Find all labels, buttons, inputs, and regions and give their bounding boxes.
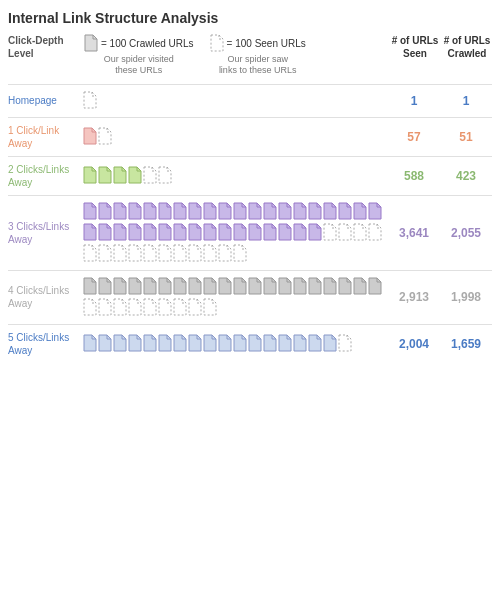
num-seen: 2,004 bbox=[388, 337, 440, 351]
crawled-doc-icon bbox=[128, 277, 142, 297]
svg-marker-82 bbox=[84, 299, 96, 315]
crawled-doc-icon bbox=[278, 223, 292, 243]
seen-doc-icon bbox=[128, 298, 142, 318]
legend-crawled-desc: Our spider visited these URLs bbox=[99, 54, 179, 76]
seen-doc-icon bbox=[158, 244, 172, 264]
svg-marker-90 bbox=[204, 299, 216, 315]
svg-marker-65 bbox=[129, 278, 141, 294]
legend-crawled-label: = 100 Crawled URLs bbox=[101, 38, 194, 49]
seen-doc-icon bbox=[158, 298, 172, 318]
rows-container: Homepage 111 Click/Link Away 57512 Click… bbox=[8, 84, 492, 363]
crawled-doc-icon bbox=[263, 334, 277, 354]
svg-marker-16 bbox=[159, 203, 171, 219]
crawled-doc-icon bbox=[278, 202, 292, 222]
seen-doc-icon bbox=[203, 244, 217, 264]
table-row: Homepage 11 bbox=[8, 84, 492, 117]
crawled-doc-icon bbox=[368, 202, 382, 222]
svg-marker-63 bbox=[99, 278, 111, 294]
page-title: Internal Link Structure Analysis bbox=[8, 10, 492, 26]
svg-marker-55 bbox=[144, 245, 156, 261]
seen-doc-icon bbox=[188, 298, 202, 318]
svg-marker-18 bbox=[189, 203, 201, 219]
legend-seen: = 100 Seen URLs Our spider saw links to … bbox=[210, 34, 306, 76]
svg-marker-42 bbox=[249, 224, 261, 240]
svg-marker-36 bbox=[159, 224, 171, 240]
seen-doc-icon bbox=[203, 298, 217, 318]
crawled-doc-icon bbox=[323, 334, 337, 354]
seen-doc-icon bbox=[368, 223, 382, 243]
legend-items: = 100 Crawled URLs Our spider visited th… bbox=[84, 34, 306, 76]
crawled-doc-icon bbox=[263, 277, 277, 297]
svg-marker-62 bbox=[84, 278, 96, 294]
seen-doc-icon bbox=[218, 244, 232, 264]
crawled-doc-icon bbox=[113, 277, 127, 297]
crawled-doc-icon bbox=[158, 334, 172, 354]
svg-marker-104 bbox=[279, 335, 291, 351]
svg-marker-81 bbox=[369, 278, 381, 294]
svg-marker-64 bbox=[114, 278, 126, 294]
svg-marker-101 bbox=[234, 335, 246, 351]
col-header-seen: # of URLs Seen bbox=[390, 34, 440, 60]
svg-marker-83 bbox=[99, 299, 111, 315]
svg-marker-93 bbox=[114, 335, 126, 351]
seen-icon bbox=[210, 34, 224, 52]
crawled-doc-icon bbox=[83, 223, 97, 243]
svg-marker-94 bbox=[129, 335, 141, 351]
svg-marker-102 bbox=[249, 335, 261, 351]
svg-marker-70 bbox=[204, 278, 216, 294]
svg-marker-49 bbox=[354, 224, 366, 240]
svg-marker-14 bbox=[129, 203, 141, 219]
seen-doc-icon bbox=[143, 244, 157, 264]
row-label: 3 Clicks/Links Away bbox=[8, 220, 83, 246]
svg-marker-30 bbox=[369, 203, 381, 219]
seen-doc-icon bbox=[353, 223, 367, 243]
svg-marker-66 bbox=[144, 278, 156, 294]
crawled-doc-icon bbox=[113, 334, 127, 354]
legend-row: Click-Depth Level = 100 Crawled URLs Our… bbox=[8, 34, 492, 76]
seen-doc-icon bbox=[233, 244, 247, 264]
svg-marker-74 bbox=[264, 278, 276, 294]
svg-marker-87 bbox=[159, 299, 171, 315]
seen-doc-icon bbox=[113, 244, 127, 264]
crawled-doc-icon bbox=[263, 202, 277, 222]
icons-area bbox=[83, 277, 388, 318]
svg-marker-100 bbox=[219, 335, 231, 351]
crawled-doc-icon bbox=[188, 202, 202, 222]
seen-doc-icon bbox=[338, 334, 352, 354]
crawled-doc-icon bbox=[293, 277, 307, 297]
crawled-doc-icon bbox=[248, 334, 262, 354]
crawled-doc-icon bbox=[293, 202, 307, 222]
row-label: 4 Clicks/Links Away bbox=[8, 284, 83, 310]
num-crawled: 2,055 bbox=[440, 226, 492, 240]
crawled-doc-icon bbox=[263, 223, 277, 243]
svg-marker-29 bbox=[354, 203, 366, 219]
svg-marker-33 bbox=[114, 224, 126, 240]
crawled-doc-icon bbox=[278, 334, 292, 354]
svg-marker-95 bbox=[144, 335, 156, 351]
svg-marker-98 bbox=[189, 335, 201, 351]
svg-marker-67 bbox=[159, 278, 171, 294]
svg-marker-52 bbox=[99, 245, 111, 261]
svg-marker-32 bbox=[99, 224, 111, 240]
svg-marker-26 bbox=[309, 203, 321, 219]
crawled-doc-icon bbox=[188, 277, 202, 297]
crawled-doc-icon bbox=[203, 277, 217, 297]
legend-click-depth-label: Click-Depth Level bbox=[8, 34, 78, 60]
svg-marker-19 bbox=[204, 203, 216, 219]
svg-marker-59 bbox=[204, 245, 216, 261]
svg-marker-103 bbox=[264, 335, 276, 351]
svg-marker-45 bbox=[294, 224, 306, 240]
svg-marker-4 bbox=[99, 128, 111, 144]
seen-doc-icon bbox=[173, 298, 187, 318]
crawled-doc-icon bbox=[218, 334, 232, 354]
svg-marker-11 bbox=[84, 203, 96, 219]
svg-marker-75 bbox=[279, 278, 291, 294]
svg-marker-44 bbox=[279, 224, 291, 240]
crawled-doc-icon bbox=[308, 277, 322, 297]
icons-area bbox=[83, 127, 388, 147]
crawled-doc-icon bbox=[83, 127, 97, 147]
crawled-doc-icon bbox=[338, 202, 352, 222]
crawled-doc-icon bbox=[233, 202, 247, 222]
crawled-doc-icon bbox=[113, 202, 127, 222]
seen-doc-icon bbox=[83, 91, 97, 111]
